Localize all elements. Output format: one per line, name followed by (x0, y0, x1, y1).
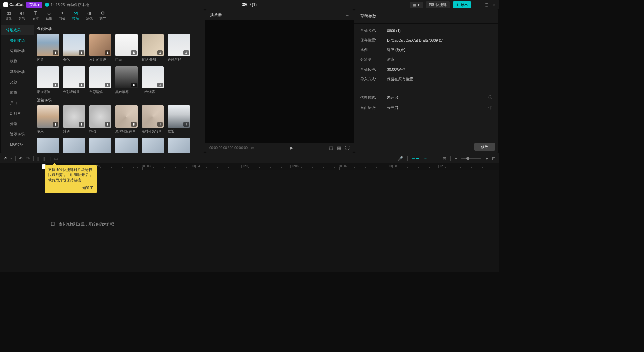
split-tool[interactable]: ]​[ (37, 156, 39, 161)
snap-icon[interactable]: ⊏⊐ (431, 156, 439, 161)
download-icon[interactable]: ⬇ (79, 122, 84, 127)
transition-item[interactable]: ⬇顺时针旋转 II (115, 105, 138, 134)
transition-item[interactable]: ⬇色彩溶解 II (63, 66, 85, 94)
shortcuts-button[interactable]: ⌨ 快捷键 (426, 1, 450, 8)
info-icon[interactable]: ⓘ (488, 105, 492, 111)
sidebar-item[interactable]: 扭曲 (1, 98, 34, 108)
transition-item[interactable]: ⬇ (168, 138, 190, 153)
transition-item[interactable]: ⬇推近 (168, 105, 190, 134)
download-icon[interactable]: ⬇ (157, 50, 163, 55)
transition-item[interactable]: ⬇色彩溶解 (168, 34, 190, 62)
tab-音频[interactable]: ◐音频 (15, 9, 29, 22)
download-icon[interactable]: ⬇ (131, 50, 137, 55)
sidebar-item[interactable]: 转场效果 (1, 25, 34, 35)
transition-item[interactable]: ⬇白色烟雾 (142, 66, 164, 94)
download-icon[interactable]: ⬇ (157, 122, 163, 127)
panel-menu-icon[interactable]: ≡ (346, 12, 349, 17)
preview-canvas[interactable] (205, 20, 354, 143)
thumbnail: ⬇ (37, 66, 59, 88)
tab-特效[interactable]: ✦特效 (56, 9, 69, 22)
transition-item[interactable]: ⬇ (142, 138, 164, 153)
link-icon[interactable]: ⫘ (423, 156, 427, 161)
pointer-tool[interactable]: ⬀ (3, 156, 7, 161)
export-button[interactable]: ⬆ 导出 (453, 1, 471, 8)
download-icon[interactable]: ⬇ (79, 83, 84, 87)
playhead[interactable] (44, 170, 44, 272)
transition-item[interactable]: ⬇抖动 II (63, 105, 85, 134)
sidebar-item[interactable]: 社交 (1, 150, 34, 153)
align-icon[interactable]: ⊟ (443, 156, 446, 161)
sidebar-item[interactable]: 故障 (1, 87, 34, 98)
transition-item[interactable]: ⬇抖动 (89, 105, 111, 134)
zoom-slider[interactable] (461, 158, 481, 159)
download-icon[interactable]: ⬇ (105, 122, 110, 127)
tab-转场[interactable]: ⋈转场 (69, 9, 83, 22)
transition-item[interactable]: ⬇ (37, 138, 59, 153)
maximize-button[interactable]: ▢ (485, 2, 488, 7)
download-icon[interactable]: ⬇ (53, 83, 58, 87)
menu-button[interactable]: 菜单 ▾ (26, 2, 42, 8)
sidebar-item[interactable]: 遮罩转场 (1, 129, 34, 139)
close-button[interactable]: ✕ (492, 2, 496, 7)
transition-item[interactable]: ⬇闪黑 (37, 34, 59, 62)
transition-item[interactable]: ⬇色彩溶解 III (89, 66, 111, 94)
download-icon[interactable]: ⬇ (131, 83, 137, 87)
transition-item[interactable]: ⬇ (63, 138, 85, 153)
fullscreen-icon[interactable]: ⛶ (345, 145, 350, 150)
transition-item[interactable]: ⬇转场-叠加 (142, 34, 164, 62)
mic-icon[interactable]: 🎤 (398, 156, 403, 161)
transition-item[interactable]: ⬇渐变擦除 (37, 66, 59, 94)
sidebar-item[interactable]: 光效 (1, 77, 34, 87)
magnet-icon[interactable]: ⊣⊢ (412, 156, 419, 161)
sidebar-item[interactable]: 基础转场 (1, 67, 34, 77)
download-icon[interactable]: ⬇ (53, 50, 58, 55)
redo-button[interactable]: ↷ (26, 156, 30, 161)
ratio-icon[interactable]: ▦ (337, 145, 341, 150)
tooltip-dismiss[interactable]: 知道了 (48, 185, 93, 190)
timeline-toolbar: ⬀ ▾ ↶ ↷ ]​[ [​| |​] ▭ 🎤 ⊣⊢ ⫘ ⊏⊐ ⊟ − + ⊡ (0, 153, 499, 163)
layout-button[interactable]: ▥ ▾ (410, 2, 423, 8)
minimize-button[interactable]: — (477, 2, 481, 7)
tab-贴纸[interactable]: ☺贴纸 (42, 9, 56, 22)
thumb-label: 白色烟雾 (142, 90, 164, 94)
tool-dropdown-icon[interactable]: ▾ (10, 157, 12, 160)
transition-item[interactable]: ⬇闪白 (115, 34, 138, 62)
crop-icon[interactable]: ⬚ (329, 145, 333, 150)
zoom-out-icon[interactable]: − (455, 156, 458, 161)
download-icon[interactable]: ⬇ (79, 50, 84, 55)
transition-item[interactable]: ⬇ (89, 138, 111, 153)
sidebar-item[interactable]: 运镜转场 (1, 46, 34, 56)
tab-文本[interactable]: T文本 (29, 9, 42, 22)
transition-item[interactable]: ⬇ (115, 138, 138, 153)
download-icon[interactable]: ⬇ (183, 122, 189, 127)
download-icon[interactable]: ⬇ (53, 122, 58, 127)
undo-button[interactable]: ↶ (19, 156, 23, 161)
tab-媒体[interactable]: ▦媒体 (2, 9, 15, 22)
download-icon[interactable]: ⬇ (183, 50, 189, 55)
sidebar-item[interactable]: 分割 (1, 119, 34, 129)
download-icon[interactable]: ⬇ (131, 122, 137, 127)
sidebar-item[interactable]: 幻灯片 (1, 108, 34, 119)
trim-right-tool[interactable]: |​] (48, 156, 51, 161)
transition-item[interactable]: ⬇吸入 (37, 105, 59, 134)
sidebar-item[interactable]: MG转场 (1, 139, 34, 150)
sidebar-item[interactable]: 叠化转场 (1, 35, 34, 46)
fit-icon[interactable]: ⊡ (492, 156, 496, 161)
sidebar-item[interactable]: 模糊 (1, 56, 34, 67)
delete-tool[interactable]: ▭ (54, 156, 58, 161)
transition-item[interactable]: ⬇岁月的痕迹 (89, 34, 111, 62)
tab-滤镜[interactable]: ◑滤镜 (83, 9, 96, 22)
download-icon[interactable]: ⬇ (105, 50, 110, 55)
transition-item[interactable]: ⬇叠化 (63, 34, 85, 62)
tab-调节[interactable]: ⚙调节 (96, 9, 109, 22)
download-icon[interactable]: ⬇ (105, 83, 110, 87)
info-icon[interactable]: ⓘ (488, 95, 492, 100)
download-icon[interactable]: ⬇ (157, 83, 163, 87)
play-button[interactable]: ▶ (290, 145, 293, 150)
zoom-in-icon[interactable]: + (485, 156, 488, 161)
aspect-icon[interactable]: ▭ (251, 146, 254, 150)
transition-item[interactable]: ⬇逆时针旋转 II (142, 105, 164, 134)
modify-button[interactable]: 修改 (474, 143, 495, 151)
transition-item[interactable]: ⬇黑色烟雾 (115, 66, 138, 94)
trim-left-tool[interactable]: [​| (43, 156, 45, 161)
